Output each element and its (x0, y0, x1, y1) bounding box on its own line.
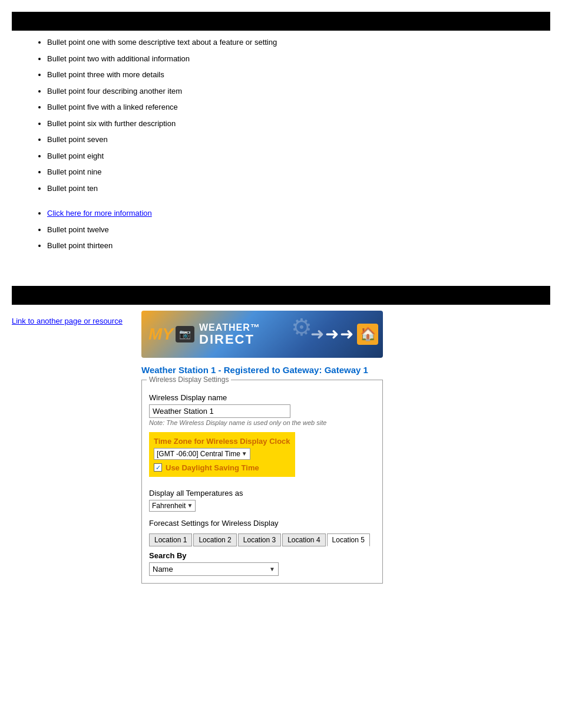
list-item: Bullet point ten (47, 183, 550, 195)
mwd-banner: MY 📷 WEATHER™ DIRECT ➜ ➜ ➜ 🏠 ⚙ (141, 311, 383, 358)
mwd-brand-text: WEATHER™ DIRECT (199, 322, 260, 346)
arrow-icon-1: ➜ (310, 324, 324, 344)
display-name-input[interactable] (149, 404, 290, 418)
section2-wrapper: Link to another page or resource MY 📷 WE… (0, 286, 562, 589)
timezone-select-row: [GMT -06:00] Central Time ▼ (154, 448, 290, 460)
gear-decoration: ⚙ (291, 314, 312, 341)
search-select-row: Name ▼ (149, 562, 375, 576)
location-tab-5[interactable]: Location 5 (327, 533, 370, 546)
main-content: Link to another page or resource MY 📷 WE… (0, 305, 562, 589)
temp-select[interactable]: Fahrenheit ▼ (149, 500, 196, 512)
ws-title: Weather Station 1 - Registered to Gatewa… (141, 365, 550, 375)
timezone-box: Time Zone for Wireless Display Clock [GM… (149, 432, 295, 477)
location-tab-4[interactable]: Location 4 (282, 533, 325, 546)
list-item: Bullet point three with more details (47, 69, 550, 81)
display-name-label: Wireless Display name (149, 393, 375, 402)
list-item: Bullet point thirteen (47, 240, 550, 252)
search-by-value: Name (153, 565, 173, 574)
arrow-icon-3: ➜ (340, 324, 353, 344)
section1-wrapper: Bullet point one with some descriptive t… (0, 12, 562, 268)
mwd-my-text: MY (148, 325, 173, 344)
list-item: Bullet point two with additional informa… (47, 53, 550, 65)
right-content: MY 📷 WEATHER™ DIRECT ➜ ➜ ➜ 🏠 ⚙ Weather S… (141, 311, 550, 584)
temp-value: Fahrenheit (152, 502, 186, 510)
list-item: Bullet point seven (47, 134, 550, 146)
timezone-label: Time Zone for Wireless Display Clock (154, 437, 290, 446)
display-name-note: Note: The Wireless Display name is used … (149, 419, 375, 426)
list-item: Bullet point nine (47, 166, 550, 178)
timezone-value: [GMT -06:00] Central Time (157, 450, 240, 458)
search-dropdown-arrow: ▼ (269, 566, 275, 572)
mwd-direct-text: DIRECT (199, 333, 260, 346)
location-tab-2[interactable]: Location 2 (193, 533, 236, 546)
section2-header (12, 286, 550, 305)
mwd-logo: MY 📷 WEATHER™ DIRECT (148, 322, 260, 346)
daylight-saving-checkbox[interactable]: ✓ (154, 463, 162, 472)
list-item: Bullet point four describing another ite… (47, 85, 550, 97)
camera-icon: 📷 (176, 326, 194, 342)
list-item: Bullet point five with a linked referenc… (47, 101, 550, 113)
daylight-saving-label: Use Daylight Saving Time (166, 463, 259, 472)
temp-select-row: Fahrenheit ▼ (149, 500, 375, 512)
list-item: Bullet point six with further descriptio… (47, 118, 550, 130)
temp-label: Display all Temperatures as (149, 489, 375, 498)
list-item: Bullet point twelve (47, 224, 550, 236)
settings-box-label: Wireless Display Settings (147, 375, 231, 384)
list-item: Bullet point eight (47, 150, 550, 162)
list-item: Bullet point one with some descriptive t… (47, 37, 550, 48)
house-icon: 🏠 (357, 324, 378, 345)
mwd-arrows: ➜ ➜ ➜ (310, 324, 353, 344)
search-by-label: Search By (149, 551, 375, 560)
timezone-dropdown-arrow: ▼ (242, 450, 247, 457)
mwd-weather-text: WEATHER™ (199, 322, 260, 333)
forecast-label: Forecast Settings for Wireless Display (149, 519, 375, 528)
location-tab-1[interactable]: Location 1 (149, 533, 192, 546)
section1-bullets: Bullet point one with some descriptive t… (0, 31, 562, 268)
temp-dropdown-arrow: ▼ (187, 502, 193, 509)
location-tabs: Location 1 Location 2 Location 3 Locatio… (149, 533, 375, 546)
daylight-saving-row: ✓ Use Daylight Saving Time (154, 463, 290, 472)
list-item-link[interactable]: Click here for more information (47, 207, 550, 219)
left-sidebar: Link to another page or resource (12, 311, 130, 584)
settings-box: Wireless Display Settings Wireless Displ… (141, 380, 383, 584)
sidebar-link[interactable]: Link to another page or resource (12, 317, 123, 325)
arrow-icon-2: ➜ (325, 324, 339, 344)
search-by-select[interactable]: Name ▼ (149, 562, 279, 576)
section1-header (12, 12, 550, 31)
location-tab-3[interactable]: Location 3 (238, 533, 281, 546)
timezone-select[interactable]: [GMT -06:00] Central Time ▼ (154, 448, 250, 460)
